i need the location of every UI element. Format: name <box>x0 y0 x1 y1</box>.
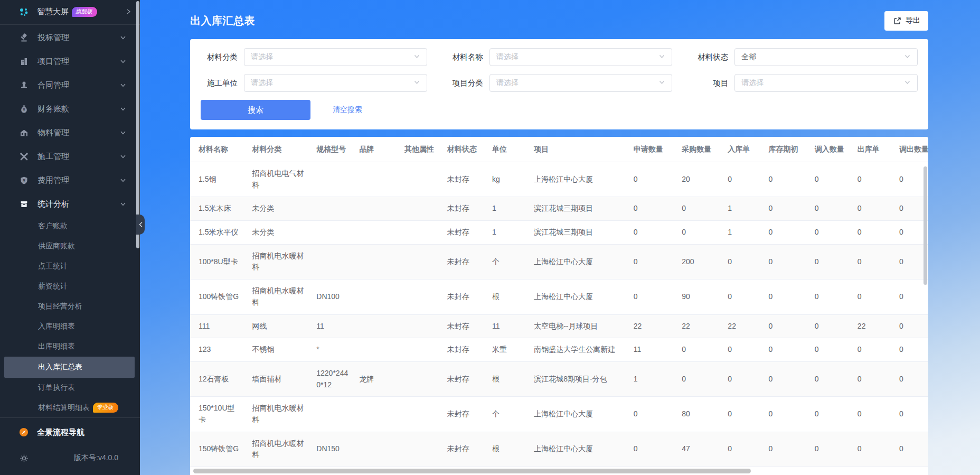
table-cell: 0 <box>852 162 894 197</box>
table-cell: 0 <box>628 432 676 467</box>
gear-icon[interactable] <box>19 453 29 463</box>
table-cell: 0 <box>763 361 809 396</box>
material-name-select[interactable]: 请选择 <box>489 48 673 66</box>
sidebar-item-expense[interactable]: ¥费用管理 <box>0 169 140 192</box>
sidebar-item-construction[interactable]: 施工管理 <box>0 145 140 169</box>
table-cell: 1.5米木床 <box>190 197 247 221</box>
table-cell: 未分类 <box>247 197 312 221</box>
sidebar-item-statistics[interactable]: 统计分析 <box>0 192 140 216</box>
sidebar-subitem-inout-summary[interactable]: 出入库汇总表 <box>4 357 135 378</box>
chevron-down-icon <box>413 78 420 88</box>
table-cell: 个 <box>487 397 529 432</box>
sidebar-item-project[interactable]: 项目管理 <box>0 50 140 73</box>
sidebar-subitem-salary-stats[interactable]: 薪资统计 <box>0 276 140 296</box>
table-row: 1.5米木床未分类未封存1滨江花城三期项目0010000 <box>190 197 928 221</box>
sidebar-subitem-outbound-detail[interactable]: 出库明细表 <box>0 337 140 357</box>
table-cell: 墙面辅材 <box>247 361 312 396</box>
table-cell <box>311 397 354 432</box>
table-cell <box>399 162 442 197</box>
table-row: 100铸铁管G招商机电水暖材料DN100未封存根上海松江中心大厦09000000 <box>190 280 928 314</box>
table-cell: 不锈钢 <box>247 338 312 362</box>
material-status-select[interactable]: 全部 <box>734 48 918 66</box>
sidebar-subitem-project-operation-analysis[interactable]: 项目经营分析 <box>0 296 140 316</box>
table-cell: 招商机电电气材料 <box>247 162 312 197</box>
table-cell <box>311 221 354 245</box>
sidebar: 智慧大屏 旗舰版 投标管理项目管理合同管理¥财务账款物料管理施工管理¥费用管理统… <box>0 0 140 475</box>
sidebar-subitem-customer-accounts[interactable]: 客户账款 <box>0 216 140 236</box>
building-icon <box>19 57 29 66</box>
sidebar-subitem-inbound-detail[interactable]: 入库明细表 <box>0 316 140 337</box>
sidebar-subitem-supplier-accounts[interactable]: 供应商账款 <box>0 236 140 256</box>
column-header: 库存期初 <box>763 137 809 162</box>
table-cell: 0 <box>852 397 894 432</box>
table-header-row: 材料名称材料分类规格型号品牌其他属性材料状态单位项目申请数量采购数量入库单库存期… <box>190 137 928 162</box>
table-cell: 上海松江中心大厦 <box>529 244 628 279</box>
table-cell: 1 <box>722 221 763 245</box>
sidebar-item-finance[interactable]: ¥财务账款 <box>0 97 140 121</box>
table-cell: 0 <box>809 338 852 362</box>
table-cell: 招商机电水暖材料 <box>247 432 312 467</box>
table-cell: 111 <box>190 314 247 338</box>
table-cell: 0 <box>676 338 722 362</box>
column-header: 材料名称 <box>190 137 247 162</box>
filter-label: 材料名称 <box>446 52 483 62</box>
search-button[interactable]: 搜索 <box>201 100 310 120</box>
table-cell: 0 <box>763 314 809 338</box>
material-category-select[interactable]: 请选择 <box>244 48 427 66</box>
compass-icon <box>19 427 29 437</box>
sidebar-item-label: 合同管理 <box>37 80 69 90</box>
select-placeholder: 请选择 <box>251 52 413 62</box>
table-cell: 123 <box>190 338 247 362</box>
sidebar-subitem-material-settlement-detail[interactable]: 材料结算明细表专业版 <box>0 398 140 417</box>
footer-nav-label: 全景流程导航 <box>37 427 84 437</box>
sidebar-item-panorama-nav[interactable]: 全景流程导航 <box>0 419 140 445</box>
horizontal-scrollbar-thumb[interactable] <box>193 469 751 473</box>
filter-panel: 材料分类请选择材料名称请选择材料状态全部施工单位请选择项目分类请选择项目请选择 … <box>190 39 928 129</box>
sidebar-subitem-daywork-stats[interactable]: 点工统计 <box>0 256 140 276</box>
table-cell: 未封存 <box>442 338 487 362</box>
summary-table: 材料名称材料分类规格型号品牌其他属性材料状态单位项目申请数量采购数量入库单库存期… <box>190 137 928 467</box>
sidebar-item-bidding[interactable]: 投标管理 <box>0 26 140 50</box>
table-cell: 0 <box>763 244 809 279</box>
table-cell: 0 <box>809 162 852 197</box>
table-cell: 11 <box>487 314 529 338</box>
table-cell: 个 <box>487 244 529 279</box>
table-cell: 0 <box>628 397 676 432</box>
filter-label: 材料状态 <box>691 52 728 62</box>
pro-badge: 专业版 <box>93 403 118 413</box>
table-cell: 1 <box>628 361 676 396</box>
table-cell <box>354 162 399 197</box>
export-button[interactable]: 导出 <box>884 11 928 31</box>
table-cell: 0 <box>722 397 763 432</box>
table-cell: 100铸铁管G <box>190 280 247 314</box>
table-cell: 0 <box>809 361 852 396</box>
sidebar-scrollbar[interactable] <box>136 1 139 248</box>
clear-search-link[interactable]: 清空搜索 <box>333 105 362 115</box>
table-cell <box>399 221 442 245</box>
construction-unit-select[interactable]: 请选择 <box>244 74 427 92</box>
sidebar-item-label: 财务账款 <box>37 104 69 114</box>
table-cell: 0 <box>722 361 763 396</box>
table-cell: 0 <box>763 397 809 432</box>
project-category-select[interactable]: 请选择 <box>489 74 673 92</box>
sidebar-item-smart-screen[interactable]: 智慧大屏 旗舰版 <box>0 0 140 24</box>
project-select[interactable]: 请选择 <box>734 74 918 92</box>
submenu-item-label: 项目经营分析 <box>38 302 82 311</box>
table-cell: 0 <box>628 280 676 314</box>
submenu-item-label: 供应商账款 <box>38 241 75 251</box>
horizontal-scrollbar[interactable] <box>192 469 926 474</box>
table-cell: 22 <box>852 314 894 338</box>
sidebar-item-contract[interactable]: 合同管理 <box>0 73 140 97</box>
export-label: 导出 <box>906 16 920 25</box>
table-cell: 0 <box>894 397 928 432</box>
chevron-down-icon <box>120 152 126 161</box>
sidebar-collapse-handle[interactable] <box>136 215 145 235</box>
sidebar-subitem-order-execution[interactable]: 订单执行表 <box>0 378 140 398</box>
chevron-down-icon <box>120 128 126 137</box>
sidebar-item-material[interactable]: 物料管理 <box>0 121 140 145</box>
table-cell: 47 <box>676 432 722 467</box>
vertical-scrollbar-thumb[interactable] <box>924 166 927 285</box>
table-cell: 22 <box>722 314 763 338</box>
column-header: 出库单 <box>852 137 894 162</box>
table-cell: 未封存 <box>442 397 487 432</box>
